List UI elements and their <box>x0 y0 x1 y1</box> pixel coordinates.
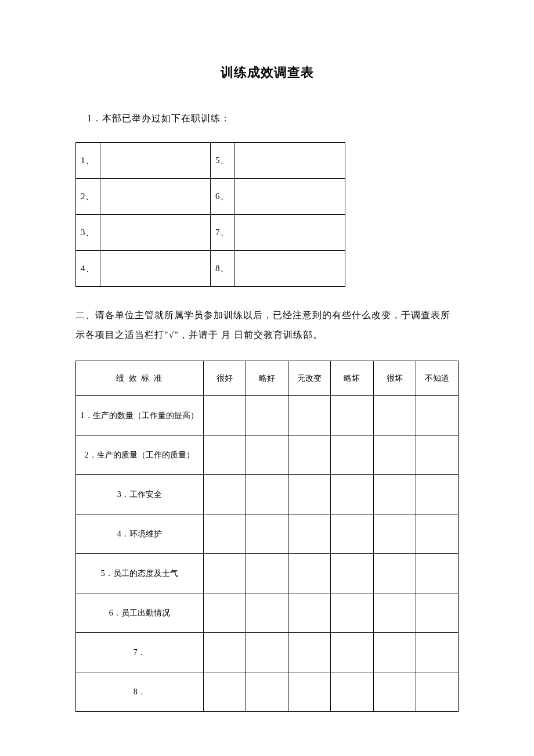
table-row: 8． <box>76 672 459 712</box>
rating-cell <box>246 475 288 514</box>
section1-intro: 1．本部已举办过如下在职训练： <box>87 113 459 125</box>
rating-cell <box>203 633 246 672</box>
rating-cell <box>373 396 416 435</box>
rating-cell <box>203 672 246 712</box>
rating-cell <box>373 593 416 633</box>
rating-cell <box>331 633 373 672</box>
rating-cell <box>203 593 246 633</box>
rating-cell <box>373 514 416 554</box>
training-val-4 <box>100 251 211 287</box>
rating-cell <box>416 593 458 633</box>
training-num-1: 1、 <box>76 143 100 179</box>
rating-cell <box>246 514 288 554</box>
rating-cell <box>416 672 458 712</box>
criteria-6: 6．员工出勤情况 <box>76 593 204 633</box>
criteria-1: 1．生产的数量（工作量的提高） <box>76 396 204 435</box>
training-num-6: 6、 <box>211 179 235 215</box>
rating-cell <box>246 633 288 672</box>
criteria-7: 7． <box>76 633 204 672</box>
rating-cell <box>288 435 331 475</box>
table-row: 2．生产的质量（工作的质量） <box>76 435 459 475</box>
rating-cell <box>416 435 458 475</box>
header-col-5: 很坏 <box>373 361 416 396</box>
criteria-3: 3．工作安全 <box>76 475 204 514</box>
table-row: 3．工作安全 <box>76 475 459 514</box>
rating-cell <box>373 672 416 712</box>
table-row: 1．生产的数量（工作量的提高） <box>76 396 459 435</box>
rating-cell <box>203 554 246 593</box>
rating-cell <box>373 554 416 593</box>
training-val-8 <box>235 251 345 287</box>
evaluation-table: 绩 效 标 准 很好 略好 无改变 略坏 很坏 不知道 1．生产的数量（工作量的… <box>75 361 459 712</box>
training-num-2: 2、 <box>76 179 100 215</box>
header-col-4: 略坏 <box>331 361 373 396</box>
rating-cell <box>331 514 373 554</box>
training-num-7: 7、 <box>211 215 235 251</box>
rating-cell <box>246 593 288 633</box>
training-num-5: 5、 <box>211 143 235 179</box>
rating-cell <box>331 593 373 633</box>
header-col-1: 很好 <box>203 361 246 396</box>
table-row: 4．环境维护 <box>76 514 459 554</box>
criteria-5: 5．员工的态度及士气 <box>76 554 204 593</box>
rating-cell <box>416 396 458 435</box>
section2-intro: 二、请各单位主管就所属学员参加训练以后，已经注意到的有些什么改变，于调查表所示各… <box>75 305 459 344</box>
training-num-3: 3、 <box>76 215 100 251</box>
rating-cell <box>288 514 331 554</box>
training-val-7 <box>235 215 345 251</box>
rating-cell <box>288 554 331 593</box>
rating-cell <box>331 475 373 514</box>
rating-cell <box>246 672 288 712</box>
rating-cell <box>203 475 246 514</box>
training-val-1 <box>100 143 211 179</box>
rating-cell <box>246 554 288 593</box>
rating-cell <box>373 633 416 672</box>
training-num-4: 4、 <box>76 251 100 287</box>
training-val-3 <box>100 215 211 251</box>
rating-cell <box>416 633 458 672</box>
table-row: 5．员工的态度及士气 <box>76 554 459 593</box>
header-col-2: 略好 <box>246 361 288 396</box>
training-val-2 <box>100 179 211 215</box>
rating-cell <box>203 514 246 554</box>
rating-cell <box>331 435 373 475</box>
header-col-6: 不知道 <box>416 361 458 396</box>
table-row: 1、 5、 <box>76 143 345 179</box>
rating-cell <box>288 593 331 633</box>
rating-cell <box>416 475 458 514</box>
training-val-6 <box>235 179 345 215</box>
page-title: 训练成效调查表 <box>75 64 459 81</box>
rating-cell <box>246 396 288 435</box>
training-list-table: 1、 5、 2、 6、 3、 7、 4、 8、 <box>75 142 345 287</box>
table-row: 2、 6、 <box>76 179 345 215</box>
criteria-4: 4．环境维护 <box>76 514 204 554</box>
criteria-2: 2．生产的质量（工作的质量） <box>76 435 204 475</box>
training-val-5 <box>235 143 345 179</box>
rating-cell <box>331 396 373 435</box>
table-row: 6．员工出勤情况 <box>76 593 459 633</box>
rating-cell <box>416 554 458 593</box>
rating-cell <box>288 396 331 435</box>
header-col-3: 无改变 <box>288 361 331 396</box>
rating-cell <box>373 435 416 475</box>
rating-cell <box>373 475 416 514</box>
table-row: 7． <box>76 633 459 672</box>
rating-cell <box>246 435 288 475</box>
rating-cell <box>203 396 246 435</box>
table-row: 4、 8、 <box>76 251 345 287</box>
rating-cell <box>288 475 331 514</box>
header-criteria: 绩 效 标 准 <box>76 361 204 396</box>
rating-cell <box>203 435 246 475</box>
table-row: 3、 7、 <box>76 215 345 251</box>
rating-cell <box>288 672 331 712</box>
rating-cell <box>288 633 331 672</box>
rating-cell <box>331 554 373 593</box>
table-header-row: 绩 效 标 准 很好 略好 无改变 略坏 很坏 不知道 <box>76 361 459 396</box>
rating-cell <box>416 514 458 554</box>
rating-cell <box>331 672 373 712</box>
training-num-8: 8、 <box>211 251 235 287</box>
criteria-8: 8． <box>76 672 204 712</box>
